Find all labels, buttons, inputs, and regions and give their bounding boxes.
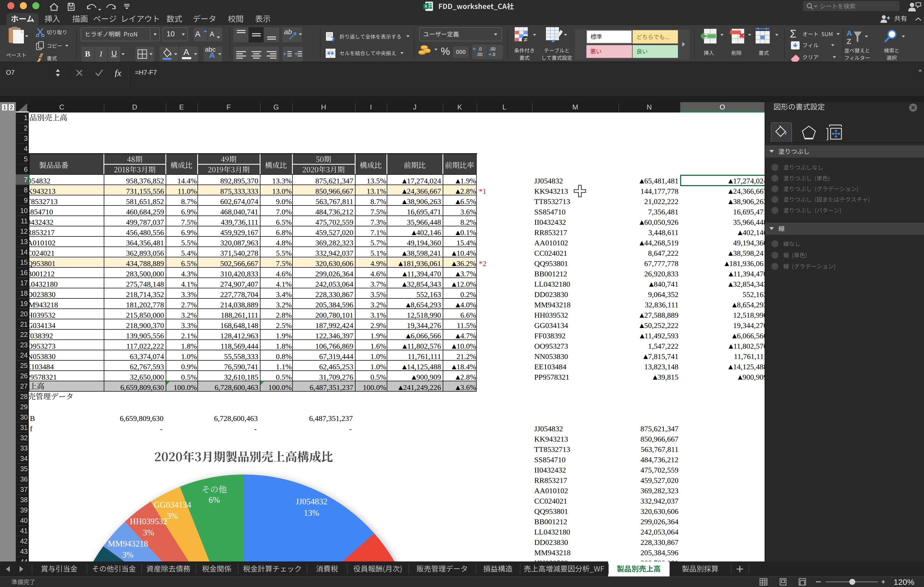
svg-text:≠: ≠	[524, 36, 527, 43]
svg-text:.0: .0	[492, 52, 495, 57]
svg-text:.00: .00	[489, 47, 495, 51]
svg-text:A: A	[846, 29, 852, 38]
svg-text:fx: fx	[115, 68, 121, 77]
svg-text:.00: .00	[477, 52, 482, 57]
svg-text:Z: Z	[846, 37, 851, 45]
svg-text:.0: .0	[478, 47, 482, 51]
svg-text:X: X	[424, 4, 427, 8]
